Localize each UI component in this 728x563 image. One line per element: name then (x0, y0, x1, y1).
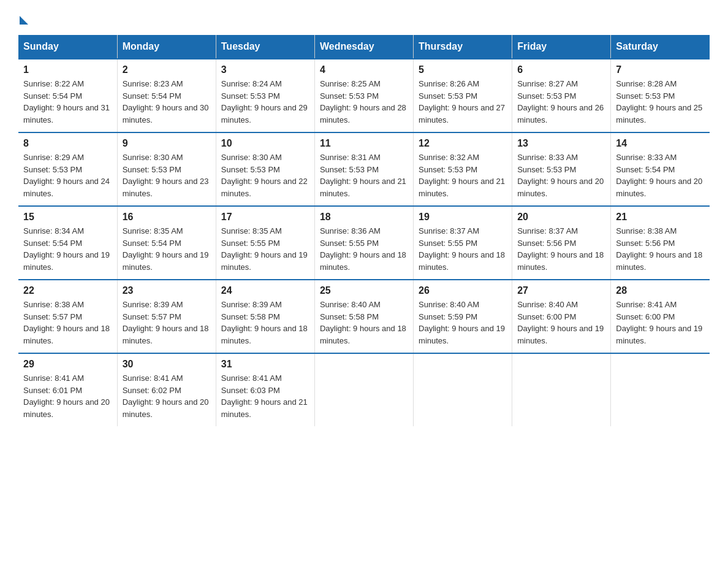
day-header-monday: Monday (117, 35, 216, 59)
day-info: Sunrise: 8:28 AMSunset: 5:53 PMDaylight:… (616, 78, 705, 126)
day-number: 16 (123, 212, 211, 223)
page-header (18, 12, 710, 29)
calendar-cell: 15Sunrise: 8:34 AMSunset: 5:54 PMDayligh… (18, 206, 117, 280)
week-row-3: 15Sunrise: 8:34 AMSunset: 5:54 PMDayligh… (18, 206, 710, 280)
day-header-thursday: Thursday (414, 35, 512, 59)
calendar-cell: 22Sunrise: 8:38 AMSunset: 5:57 PMDayligh… (18, 280, 117, 353)
day-headers-row: SundayMondayTuesdayWednesdayThursdayFrid… (18, 35, 710, 59)
day-info: Sunrise: 8:36 AMSunset: 5:55 PMDaylight:… (320, 225, 408, 273)
calendar-cell: 11Sunrise: 8:31 AMSunset: 5:53 PMDayligh… (314, 132, 413, 206)
calendar-cell: 28Sunrise: 8:41 AMSunset: 6:00 PMDayligh… (611, 280, 710, 353)
day-number: 7 (616, 64, 705, 75)
calendar-body: 1Sunrise: 8:22 AMSunset: 5:54 PMDaylight… (18, 59, 710, 426)
calendar-cell: 13Sunrise: 8:33 AMSunset: 5:53 PMDayligh… (512, 132, 611, 206)
day-number: 4 (320, 64, 408, 75)
day-info: Sunrise: 8:35 AMSunset: 5:54 PMDaylight:… (123, 225, 211, 273)
day-info: Sunrise: 8:31 AMSunset: 5:53 PMDaylight:… (320, 151, 408, 199)
calendar-cell: 19Sunrise: 8:37 AMSunset: 5:55 PMDayligh… (414, 206, 512, 280)
day-number: 31 (221, 359, 309, 370)
calendar-cell: 21Sunrise: 8:38 AMSunset: 5:56 PMDayligh… (611, 206, 710, 280)
calendar-cell: 7Sunrise: 8:28 AMSunset: 5:53 PMDaylight… (611, 59, 710, 132)
day-number: 27 (517, 285, 605, 296)
day-number: 26 (419, 285, 507, 296)
day-number: 12 (419, 138, 507, 149)
day-number: 29 (23, 359, 112, 370)
calendar-cell: 16Sunrise: 8:35 AMSunset: 5:54 PMDayligh… (117, 206, 216, 280)
day-info: Sunrise: 8:40 AMSunset: 5:58 PMDaylight:… (320, 299, 408, 347)
day-number: 23 (123, 285, 211, 296)
day-info: Sunrise: 8:22 AMSunset: 5:54 PMDaylight:… (23, 78, 112, 126)
calendar-cell: 8Sunrise: 8:29 AMSunset: 5:53 PMDaylight… (18, 132, 117, 206)
day-number: 5 (419, 64, 507, 75)
day-info: Sunrise: 8:33 AMSunset: 5:54 PMDaylight:… (616, 151, 705, 199)
day-header-saturday: Saturday (611, 35, 710, 59)
day-info: Sunrise: 8:38 AMSunset: 5:56 PMDaylight:… (616, 225, 705, 273)
day-info: Sunrise: 8:41 AMSunset: 6:00 PMDaylight:… (616, 299, 705, 347)
calendar-cell: 25Sunrise: 8:40 AMSunset: 5:58 PMDayligh… (314, 280, 413, 353)
day-number: 19 (419, 212, 507, 223)
calendar-cell: 27Sunrise: 8:40 AMSunset: 6:00 PMDayligh… (512, 280, 611, 353)
calendar-cell: 3Sunrise: 8:24 AMSunset: 5:53 PMDaylight… (216, 59, 314, 132)
calendar-cell: 30Sunrise: 8:41 AMSunset: 6:02 PMDayligh… (117, 353, 216, 426)
day-number: 1 (23, 64, 112, 75)
day-info: Sunrise: 8:33 AMSunset: 5:53 PMDaylight:… (517, 151, 605, 199)
day-number: 3 (221, 64, 309, 75)
calendar-cell: 12Sunrise: 8:32 AMSunset: 5:53 PMDayligh… (414, 132, 512, 206)
day-info: Sunrise: 8:40 AMSunset: 6:00 PMDaylight:… (517, 299, 605, 347)
week-row-4: 22Sunrise: 8:38 AMSunset: 5:57 PMDayligh… (18, 280, 710, 353)
day-number: 11 (320, 138, 408, 149)
day-info: Sunrise: 8:39 AMSunset: 5:57 PMDaylight:… (123, 299, 211, 347)
calendar-cell: 17Sunrise: 8:35 AMSunset: 5:55 PMDayligh… (216, 206, 314, 280)
day-number: 24 (221, 285, 309, 296)
day-number: 15 (23, 212, 112, 223)
calendar-cell: 9Sunrise: 8:30 AMSunset: 5:53 PMDaylight… (117, 132, 216, 206)
day-number: 14 (616, 138, 705, 149)
calendar-cell: 2Sunrise: 8:23 AMSunset: 5:54 PMDaylight… (117, 59, 216, 132)
calendar-cell (512, 353, 611, 426)
day-info: Sunrise: 8:38 AMSunset: 5:57 PMDaylight:… (23, 299, 112, 347)
calendar-cell (414, 353, 512, 426)
day-info: Sunrise: 8:25 AMSunset: 5:53 PMDaylight:… (320, 78, 408, 126)
logo-triangle-icon (20, 16, 28, 25)
calendar-cell: 24Sunrise: 8:39 AMSunset: 5:58 PMDayligh… (216, 280, 314, 353)
logo (18, 12, 28, 29)
day-number: 25 (320, 285, 408, 296)
day-header-sunday: Sunday (18, 35, 117, 59)
day-number: 18 (320, 212, 408, 223)
day-info: Sunrise: 8:40 AMSunset: 5:59 PMDaylight:… (419, 299, 507, 347)
day-number: 2 (123, 64, 211, 75)
calendar-cell: 5Sunrise: 8:26 AMSunset: 5:53 PMDaylight… (414, 59, 512, 132)
calendar-cell: 6Sunrise: 8:27 AMSunset: 5:53 PMDaylight… (512, 59, 611, 132)
day-number: 17 (221, 212, 309, 223)
calendar-cell: 23Sunrise: 8:39 AMSunset: 5:57 PMDayligh… (117, 280, 216, 353)
day-header-wednesday: Wednesday (314, 35, 413, 59)
day-info: Sunrise: 8:37 AMSunset: 5:55 PMDaylight:… (419, 225, 507, 273)
calendar-cell: 4Sunrise: 8:25 AMSunset: 5:53 PMDaylight… (314, 59, 413, 132)
day-info: Sunrise: 8:30 AMSunset: 5:53 PMDaylight:… (123, 151, 211, 199)
day-info: Sunrise: 8:27 AMSunset: 5:53 PMDaylight:… (517, 78, 605, 126)
week-row-1: 1Sunrise: 8:22 AMSunset: 5:54 PMDaylight… (18, 59, 710, 132)
day-info: Sunrise: 8:39 AMSunset: 5:58 PMDaylight:… (221, 299, 309, 347)
calendar-cell: 31Sunrise: 8:41 AMSunset: 6:03 PMDayligh… (216, 353, 314, 426)
day-number: 30 (123, 359, 211, 370)
day-header-friday: Friday (512, 35, 611, 59)
calendar-cell: 20Sunrise: 8:37 AMSunset: 5:56 PMDayligh… (512, 206, 611, 280)
calendar-cell: 18Sunrise: 8:36 AMSunset: 5:55 PMDayligh… (314, 206, 413, 280)
day-info: Sunrise: 8:35 AMSunset: 5:55 PMDaylight:… (221, 225, 309, 273)
week-row-2: 8Sunrise: 8:29 AMSunset: 5:53 PMDaylight… (18, 132, 710, 206)
day-number: 22 (23, 285, 112, 296)
day-info: Sunrise: 8:24 AMSunset: 5:53 PMDaylight:… (221, 78, 309, 126)
day-info: Sunrise: 8:37 AMSunset: 5:56 PMDaylight:… (517, 225, 605, 273)
day-number: 8 (23, 138, 112, 149)
calendar-table: SundayMondayTuesdayWednesdayThursdayFrid… (18, 35, 710, 426)
day-info: Sunrise: 8:29 AMSunset: 5:53 PMDaylight:… (23, 151, 112, 199)
calendar-header: SundayMondayTuesdayWednesdayThursdayFrid… (18, 35, 710, 59)
day-info: Sunrise: 8:30 AMSunset: 5:53 PMDaylight:… (221, 151, 309, 199)
day-number: 21 (616, 212, 705, 223)
day-info: Sunrise: 8:41 AMSunset: 6:01 PMDaylight:… (23, 372, 112, 420)
calendar-cell (314, 353, 413, 426)
week-row-5: 29Sunrise: 8:41 AMSunset: 6:01 PMDayligh… (18, 353, 710, 426)
day-info: Sunrise: 8:32 AMSunset: 5:53 PMDaylight:… (419, 151, 507, 199)
calendar-cell: 1Sunrise: 8:22 AMSunset: 5:54 PMDaylight… (18, 59, 117, 132)
calendar-cell: 10Sunrise: 8:30 AMSunset: 5:53 PMDayligh… (216, 132, 314, 206)
